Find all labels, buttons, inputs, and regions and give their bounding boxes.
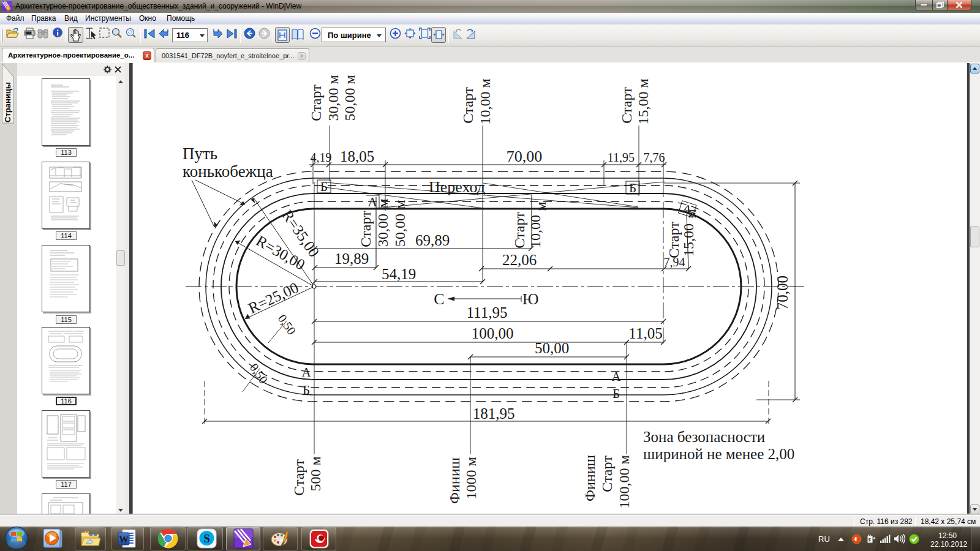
svg-text:Старт: Старт [460, 87, 476, 124]
svg-text:100,00: 100,00 [472, 325, 514, 342]
svg-text:R=25,00: R=25,00 [246, 279, 301, 317]
svg-text:Финиш: Финиш [447, 457, 462, 504]
svg-text:11,95: 11,95 [608, 151, 635, 164]
svg-text:30,00: 30,00 [375, 214, 391, 247]
svg-text:Старт: Старт [358, 211, 374, 247]
svg-text:15,00: 15,00 [680, 223, 696, 257]
svg-text:Зона безопасности: Зона безопасности [643, 429, 765, 445]
svg-text:1000 м: 1000 м [463, 457, 479, 499]
svg-text:100,00 м: 100,00 м [616, 455, 632, 508]
svg-text:70,00: 70,00 [774, 276, 791, 310]
svg-text:м: м [533, 201, 549, 211]
svg-text:Старт: Старт [511, 212, 527, 249]
svg-text:181,95: 181,95 [473, 405, 515, 422]
svg-text:54,19: 54,19 [382, 266, 416, 282]
svg-text:18,05: 18,05 [340, 148, 374, 165]
svg-text:м: м [375, 198, 391, 208]
svg-text:Старт: Старт [599, 455, 615, 492]
svg-text:м: м [683, 209, 699, 218]
svg-text:W: W [119, 534, 129, 544]
svg-text:С: С [434, 290, 444, 308]
svg-text:Путь: Путь [183, 144, 217, 163]
svg-text:10,00 м: 10,00 м [477, 78, 493, 124]
svg-text:Старт: Старт [666, 222, 682, 258]
svg-text:Ю: Ю [522, 290, 539, 308]
svg-text:Б: Б [303, 383, 310, 397]
svg-text:7,76: 7,76 [644, 151, 665, 164]
svg-text:м: м [392, 200, 408, 209]
svg-text:19,89: 19,89 [334, 250, 369, 267]
svg-text:Старт: Старт [619, 87, 635, 124]
svg-text:Старт: Старт [291, 459, 307, 496]
svg-text:70,00: 70,00 [507, 148, 543, 165]
svg-text:А: А [611, 369, 621, 384]
svg-text:Б: Б [629, 181, 636, 195]
svg-text:10,00: 10,00 [527, 215, 543, 248]
svg-text:15,00 м: 15,00 м [635, 78, 651, 124]
svg-text:11,05: 11,05 [628, 325, 662, 342]
svg-text:111,95: 111,95 [467, 304, 508, 321]
svg-text:50,00 м: 50,00 м [342, 75, 358, 121]
svg-text:50,00: 50,00 [535, 340, 569, 356]
svg-text:шириной не менее 2,00: шириной не менее 2,00 [643, 446, 794, 462]
svg-text:Финиш: Финиш [582, 455, 598, 501]
svg-text:Старт: Старт [308, 84, 324, 121]
svg-text:69,89: 69,89 [415, 232, 450, 249]
svg-text:А: А [301, 365, 311, 380]
svg-text:30,00 м: 30,00 м [325, 75, 341, 121]
svg-text:S: S [203, 532, 210, 545]
svg-text:Б: Б [612, 386, 620, 401]
svg-text:4,19: 4,19 [311, 151, 332, 164]
svg-text:500 м: 500 м [307, 456, 323, 491]
svg-text:0,50: 0,50 [276, 312, 299, 337]
svg-text:конькобежца: конькобежца [183, 162, 273, 181]
svg-text:Б: Б [320, 179, 328, 194]
svg-text:22,06: 22,06 [502, 252, 537, 268]
svg-text:50,00: 50,00 [392, 214, 408, 247]
